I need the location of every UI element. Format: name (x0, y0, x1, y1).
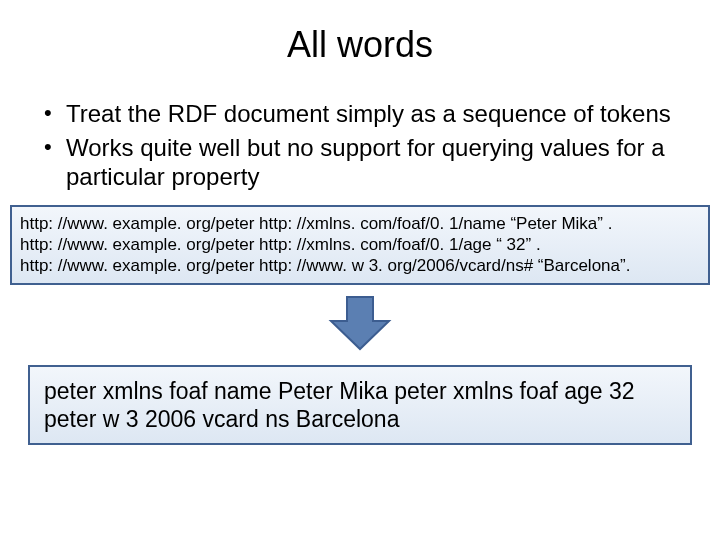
page-title: All words (0, 24, 720, 66)
rdf-line: http: //www. example. org/peter http: //… (20, 255, 700, 276)
tokens-text: peter xmlns foaf name Peter Mika peter x… (44, 378, 635, 432)
slide: All words Treat the RDF document simply … (0, 24, 720, 540)
arrow-container (0, 295, 720, 355)
tokens-output-box: peter xmlns foaf name Peter Mika peter x… (28, 365, 692, 445)
rdf-line: http: //www. example. org/peter http: //… (20, 213, 700, 234)
rdf-source-box: http: //www. example. org/peter http: //… (10, 205, 710, 285)
down-arrow-icon (325, 295, 395, 351)
rdf-line: http: //www. example. org/peter http: //… (20, 234, 700, 255)
svg-marker-0 (331, 297, 389, 349)
bullet-list: Treat the RDF document simply as a seque… (0, 100, 720, 191)
bullet-item: Treat the RDF document simply as a seque… (38, 100, 672, 128)
bullet-item: Works quite well but no support for quer… (38, 134, 672, 191)
